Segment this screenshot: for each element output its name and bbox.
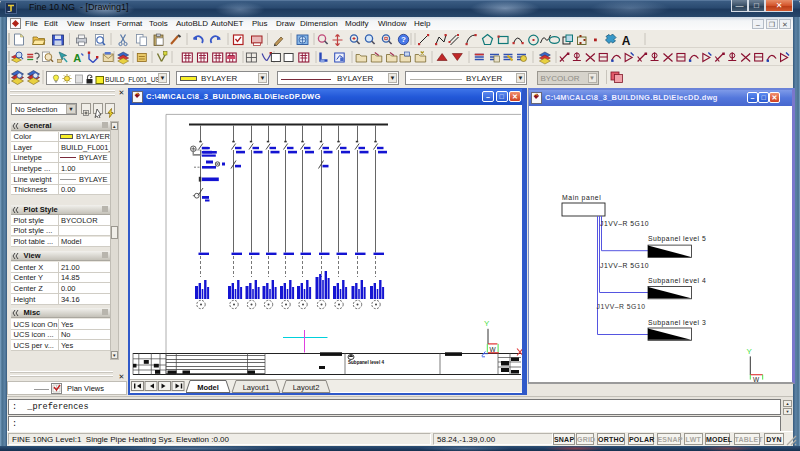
svg-text:Model: Model [197,383,219,392]
svg-text:Subpanel level 5: Subpanel level 5 [648,235,706,243]
svg-text:Layout2: Layout2 [293,383,320,392]
svg-text:J1VV–R 5G10: J1VV–R 5G10 [600,220,649,227]
svg-text:J1VV–R 5G10: J1VV–R 5G10 [597,303,646,310]
svg-text:Subpanel level 3: Subpanel level 3 [648,319,706,327]
svg-text:Layout1: Layout1 [243,383,270,392]
svg-text:W: W [490,346,497,353]
svg-text:Y: Y [747,347,753,356]
svg-text:Main panel: Main panel [562,194,601,202]
svg-text:Subpanel level 4: Subpanel level 4 [348,360,384,365]
svg-text:Subpanel level 4: Subpanel level 4 [648,277,706,285]
svg-text:?: ? [401,35,406,44]
svg-text:A: A [622,34,631,48]
svg-text:W: W [753,376,760,383]
svg-text:A: A [73,52,81,64]
svg-text:Y: Y [484,319,490,328]
svg-text:J1VV–R 5G10: J1VV–R 5G10 [600,262,649,269]
